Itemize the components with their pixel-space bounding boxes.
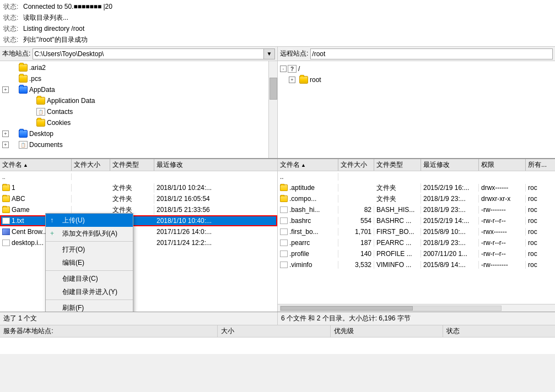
remote-file-size-profile: 140 [338,250,374,258]
tree-item-contacts[interactable]: 📋 Contacts [0,106,277,117]
status-text-2: 读取目录列表... [23,12,68,23]
tree-item-label-pcs: .pcs [29,75,41,83]
local-file-date-game: 2018/1/5 21:33:56 [154,206,277,214]
remote-file-date-bashrc: 2015/2/19 14:... [421,217,479,225]
remote-file-row-firstbo[interactable]: .first_bo... 1,701 FIRST_BO... 2015/8/9 … [278,226,555,237]
local-file-row-up[interactable]: .. [0,171,277,182]
remote-file-name-compo: .compo... [278,195,338,203]
tree-item-label-appdata: AppData [29,86,55,94]
remote-file-row-bashhi[interactable]: .bash_hi... 82 BASH_HIS... 2018/1/9 23:.… [278,204,555,215]
ctx-item-open[interactable]: 打开(O) [46,243,133,256]
tree-item-label-desktop: Desktop [29,130,53,138]
local-path-dropdown[interactable]: ▼ [264,48,275,59]
expand-btn-desktop[interactable]: + [2,130,9,137]
remote-file-owner-firstbo: roc [526,228,555,236]
remote-file-owner-bashrc: roc [526,217,555,225]
remote-file-type-aptitude: 文件夹 [374,183,421,193]
ctx-item-mkdir-enter[interactable]: 创建目录并进入(Y) [46,285,133,298]
remote-file-row-viminfo[interactable]: .viminfo 3,532 VIMINFO ... 2015/8/9 14:.… [278,259,555,270]
tree-item-aria2[interactable]: .aria2 [0,62,277,73]
remote-tree-root[interactable]: - ? / [280,63,553,74]
tree-item-documents[interactable]: + 📋 Documents [0,139,277,150]
remote-file-type-pearrc: PEARRC ... [374,239,421,247]
tree-item-label-documents: Documents [29,141,63,149]
local-file-row-1txt[interactable]: 1.txt 2018/1/10 10:40:... [0,215,277,226]
remote-file-row-bashrc[interactable]: .bashrc 554 BASHRC ... 2015/2/19 14:... … [278,215,555,226]
local-file-row-desktop-i[interactable]: desktop.i... 2017/11/24 12:2:... [0,237,277,248]
ctx-item-queue[interactable]: + 添加文件到队列(A) [46,227,133,240]
remote-file-size-firstbo: 1,701 [338,228,374,236]
tree-item-appdata-data[interactable]: Application Data [0,95,277,106]
remote-hscrollbar[interactable] [278,304,555,312]
transfer-label-server: 服务器/本地站点: [3,326,53,336]
tree-item-cookies[interactable]: Cookies [0,117,277,128]
remote-col-owner[interactable]: 所有... [526,159,555,171]
remote-file-perm-aptitude: drwx------ [479,184,526,192]
remote-col-name[interactable]: 文件名▲ [278,159,338,171]
ctx-sep-2 [46,270,133,271]
status-label-3: 状态: [3,23,23,34]
remote-file-type-profile: PROFILE ... [374,250,421,258]
expand-btn-appdata[interactable]: + [2,86,9,93]
remote-file-row-up[interactable]: .. [278,171,555,182]
remote-col-date[interactable]: 最近修改 [421,159,479,171]
folder-icon-aptitude [280,184,288,191]
local-path-input[interactable] [33,48,264,59]
remote-hscrollbar-thumb[interactable] [281,306,413,311]
local-tree-scrollbar-thumb[interactable] [270,78,277,100]
local-file-row-1[interactable]: 1 文件夹 2018/1/10 10:24:... [0,182,277,193]
expand-btn-root[interactable]: - [280,66,287,72]
remote-file-owner-viminfo: roc [526,261,555,269]
local-tree-scrollbar[interactable] [268,61,277,158]
local-file-name-abc: ABC [0,195,72,203]
remote-location: 远程站点: [278,47,555,61]
remote-file-type-viminfo: VIMINFO ... [374,261,421,269]
remote-file-row-compo[interactable]: .compo... 文件夹 2018/1/9 23:... drwxr-xr-x… [278,193,555,204]
ctx-item-mkdir[interactable]: 创建目录(C) [46,272,133,285]
remote-file-row-pearrc[interactable]: .pearrc 187 PEARRC ... 2018/1/9 23:... -… [278,237,555,248]
expand-btn-documents[interactable]: + [2,141,9,148]
remote-path-input[interactable] [310,48,553,59]
remote-col-size[interactable]: 文件大小 [338,159,374,171]
remote-file-panel: 文件名▲ 文件大小 文件类型 最近修改 权限 所有... .. .aptitud… [278,159,555,312]
status-label-2: 状态: [3,12,23,23]
local-col-name[interactable]: 文件名▲ [0,159,72,171]
remote-file-size-bashrc: 554 [338,217,374,225]
local-col-date[interactable]: 最近修改 [154,159,277,171]
local-file-row-centbrow[interactable]: Cent Brow... 2017/11/26 14:0:... [0,226,277,237]
local-file-row-abc[interactable]: ABC 文件夹 2018/1/2 16:05:54 [0,193,277,204]
remote-tree-root-child[interactable]: + root [280,74,553,85]
folder-icon-1 [2,184,10,191]
local-file-date-desktop-i: 2017/11/24 12:2:... [154,239,277,247]
remote-files-header: 文件名▲ 文件大小 文件类型 最近修改 权限 所有... [278,159,555,171]
remote-file-row-profile[interactable]: .profile 140 PROFILE ... 2007/11/20 1...… [278,248,555,259]
file-icon-pearrc [280,239,288,246]
file-icon-1txt [2,217,10,224]
remote-file-type-compo: 文件夹 [374,194,421,204]
expand-btn-root-child[interactable]: + [289,77,295,83]
remote-tree: - ? / + root [278,61,555,88]
local-file-date-1: 2018/1/10 10:24:... [154,184,277,192]
ctx-item-refresh[interactable]: 刷新(F) [46,301,133,312]
transfer-queue-body [0,337,555,354]
remote-col-perm[interactable]: 权限 [479,159,526,171]
tree-item-pcs[interactable]: .pcs [0,73,277,84]
ctx-label-mkdir: 创建目录(C) [62,274,98,284]
transfer-col-server: 服务器/本地站点: [0,325,218,337]
remote-col-type[interactable]: 文件类型 [374,159,421,171]
local-file-row-game[interactable]: Game 文件夹 2018/1/5 21:33:56 [0,204,277,215]
remote-file-row-aptitude[interactable]: .aptitude 文件夹 2015/2/19 16:... drwx-----… [278,182,555,193]
file-status-bar: 选了 1 个文 6 个文件 和 2 个目录。大小总计: 6,196 字节 [0,312,555,325]
remote-file-type-firstbo: FIRST_BO... [374,228,421,236]
remote-hscrollbar-track [280,306,502,311]
local-col-size[interactable]: 文件大小 [72,159,110,171]
tree-item-appdata[interactable]: + AppData [0,84,277,95]
local-col-type[interactable]: 文件类型 [110,159,154,171]
ctx-item-upload[interactable]: ↑ 上传(U) [46,214,133,227]
ctx-item-edit[interactable]: 编辑(E) [46,256,133,269]
folder-icon-desktop [19,130,28,138]
remote-file-name-aptitude: .aptitude [278,184,338,192]
tree-item-desktop[interactable]: + Desktop [0,128,277,139]
folder-icon-abc [2,195,10,202]
file-icon-bashrc [280,217,288,224]
